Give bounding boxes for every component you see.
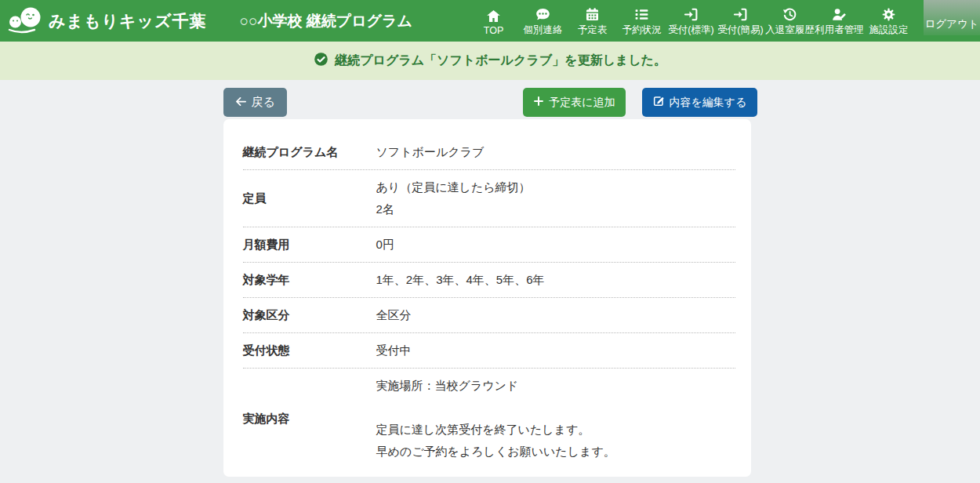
edit-content-button[interactable]: 内容を編集する xyxy=(642,88,757,117)
detail-row-capacity: 定員 あり（定員に達したら締切） 2名 xyxy=(243,170,735,227)
back-button[interactable]: 戻る xyxy=(223,88,287,117)
history-icon xyxy=(782,7,797,22)
detail-value: 0円 xyxy=(376,234,394,256)
user-edit-icon xyxy=(832,7,847,22)
detail-row-reception-status: 受付状態 受付中 xyxy=(243,333,735,369)
sign-in-icon xyxy=(684,7,699,22)
app-logo[interactable]: みまもりキッズ千葉 xyxy=(0,3,206,39)
nav-item-top[interactable]: TOP xyxy=(469,0,518,42)
gear-icon xyxy=(881,7,896,22)
detail-label: 定員 xyxy=(243,191,376,206)
list-icon xyxy=(634,7,649,22)
detail-value: 全区分 xyxy=(376,304,412,326)
detail-value: あり（定員に達したら締切） 2名 xyxy=(376,176,531,220)
detail-row-implementation-details: 実施内容 実施場所：当校グラウンド 定員に達し次第受付を終了いたします。 早めの… xyxy=(243,369,735,469)
page-title: ○○小学校 継続プログラム xyxy=(239,11,412,31)
main-nav: TOP 個別連絡 xyxy=(469,0,913,42)
detail-label: 対象区分 xyxy=(243,308,376,323)
detail-label: 継続プログラム名 xyxy=(243,145,376,160)
detail-row-program-name: 継続プログラム名 ソフトボールクラブ xyxy=(243,135,735,170)
nav-item-entry-exit-history[interactable]: 入退室履歴 xyxy=(765,0,815,42)
detail-value: ソフトボールクラブ xyxy=(376,141,485,163)
detail-row-monthly-fee: 月額費用 0円 xyxy=(243,227,735,263)
nav-item-reception-standard[interactable]: 受付(標準) xyxy=(666,0,716,42)
nav-item-user-management[interactable]: 利用者管理 xyxy=(815,0,864,42)
detail-label: 対象学年 xyxy=(243,273,376,288)
content-area: 戻る 予定表に追加 内容を編集する 継続 xyxy=(0,80,980,477)
detail-value: 1年、2年、3年、4年、5年、6年 xyxy=(376,269,545,291)
detail-value: 実施場所：当校グラウンド 定員に達し次第受付を終了いたします。 早めのご予約をよ… xyxy=(376,375,615,463)
app-header: みまもりキッズ千葉 ○○小学校 継続プログラム TOP 個別連絡 xyxy=(0,0,980,42)
logout-button[interactable]: ログアウト xyxy=(924,0,980,35)
nav-item-reception-simple[interactable]: 受付(簡易) xyxy=(716,0,765,42)
home-icon xyxy=(486,9,501,24)
nav-item-facility-settings[interactable]: 施設設定 xyxy=(864,0,913,42)
plus-icon xyxy=(533,96,544,109)
detail-value: 受付中 xyxy=(376,340,412,361)
program-detail-card: 継続プログラム名 ソフトボールクラブ 定員 あり（定員に達したら締切） 2名 月… xyxy=(223,119,751,477)
logo-text: みまもりキッズ千葉 xyxy=(49,10,206,32)
detail-label: 受付状態 xyxy=(243,343,376,358)
mascot-icon xyxy=(7,3,43,39)
add-to-schedule-button[interactable]: 予定表に追加 xyxy=(523,88,625,117)
notification-message: 継続プログラム「ソフトボールクラブ」を更新しました。 xyxy=(335,53,666,69)
detail-row-target-grades: 対象学年 1年、2年、3年、4年、5年、6年 xyxy=(243,263,735,298)
detail-row-target-category: 対象区分 全区分 xyxy=(243,298,735,333)
success-notification: 継続プログラム「ソフトボールクラブ」を更新しました。 xyxy=(0,42,980,80)
edit-pencil-icon xyxy=(652,95,665,110)
sign-in-icon xyxy=(733,7,748,22)
check-circle-icon xyxy=(314,52,328,70)
calendar-icon xyxy=(585,7,600,22)
detail-label: 月額費用 xyxy=(243,238,376,252)
arrow-left-icon xyxy=(235,96,247,110)
comment-icon xyxy=(535,7,550,22)
nav-item-schedule[interactable]: 予定表 xyxy=(568,0,617,42)
nav-item-reservation-status[interactable]: 予約状況 xyxy=(617,0,666,42)
toolbar: 戻る 予定表に追加 内容を編集する xyxy=(223,88,757,117)
nav-item-individual-contact[interactable]: 個別連絡 xyxy=(518,0,568,42)
detail-label: 実施内容 xyxy=(243,412,376,427)
